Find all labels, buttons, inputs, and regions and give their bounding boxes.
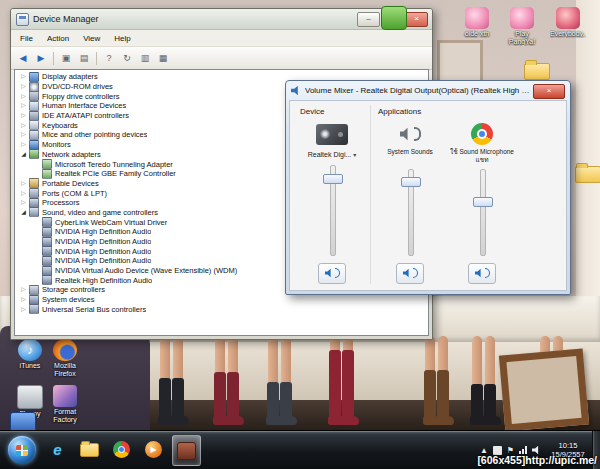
tree-item-label: NVIDIA High Definition Audio xyxy=(55,256,151,265)
taskbar-wmp-button[interactable]: ▶ xyxy=(140,435,167,464)
tree-item-label: Portable Devices xyxy=(42,179,99,188)
volume-slider-handle[interactable] xyxy=(401,177,421,187)
windows-logo-icon xyxy=(16,445,28,456)
audiodev-icon xyxy=(42,237,52,247)
desktop-icon-label: Everybody... xyxy=(550,30,586,38)
desktop-icon-green-app[interactable] xyxy=(376,6,412,30)
desktop-icon-firefox[interactable]: Mozilla Firefox xyxy=(47,339,83,378)
doll-pink-icon xyxy=(510,7,534,29)
expand-icon[interactable]: ▷ xyxy=(19,121,28,130)
mixer-channel-1: System Sounds xyxy=(374,120,446,286)
start-button[interactable] xyxy=(8,436,36,464)
expand-icon[interactable]: ▷ xyxy=(19,82,28,91)
wallpaper-boot-foot xyxy=(226,416,244,425)
expand-icon[interactable]: ▷ xyxy=(19,72,28,81)
desktop-icon-doll1[interactable]: oide xth xyxy=(459,7,495,38)
volume-slider[interactable] xyxy=(374,167,446,258)
desktop-icon-label: oide xth xyxy=(459,30,495,38)
network-icon[interactable] xyxy=(519,446,527,454)
collapse-icon[interactable]: ◢ xyxy=(19,208,28,217)
wallpaper-boot-foot xyxy=(483,416,501,425)
tree-item-label: Universal Serial Bus controllers xyxy=(42,305,146,314)
collapse-icon[interactable]: ◢ xyxy=(19,150,28,159)
expand-icon[interactable]: ▷ xyxy=(19,130,28,139)
wallpaper-boot-foot xyxy=(341,416,359,425)
window-icon[interactable]: ▣ xyxy=(58,50,74,66)
wallpaper-leg xyxy=(268,336,278,388)
taskbar-ie-button[interactable]: e xyxy=(44,435,71,464)
tree-item[interactable]: ▷System devices xyxy=(15,295,428,305)
expand-icon[interactable]: ▷ xyxy=(19,189,28,198)
menu-help[interactable]: Help xyxy=(107,32,137,45)
monitor-icon xyxy=(29,140,39,150)
expand-icon[interactable]: ▷ xyxy=(19,101,28,110)
volume-slider-track[interactable] xyxy=(480,169,486,256)
system-icon xyxy=(29,295,39,305)
wallpaper-boot-foot xyxy=(436,416,454,425)
toolbar-separator xyxy=(53,52,54,65)
expand-icon[interactable]: ▷ xyxy=(19,179,28,188)
keyboard-icon xyxy=(29,120,39,130)
wallpaper-leg xyxy=(281,336,291,388)
tree-item[interactable]: ▷Universal Serial Bus controllers xyxy=(15,305,428,315)
wallpaper-boot-foot xyxy=(171,416,189,425)
refresh-icon[interactable]: ↻ xyxy=(119,50,135,66)
wallpaper-leg xyxy=(160,336,170,384)
menu-action[interactable]: Action xyxy=(40,32,76,45)
close-button[interactable] xyxy=(533,84,565,99)
properties-icon[interactable]: ▦ xyxy=(155,50,171,66)
volume-slider[interactable] xyxy=(294,163,370,258)
speaker-glyph-icon xyxy=(325,269,334,278)
desktop-icon-label: Format Factory xyxy=(47,408,83,424)
back-icon[interactable]: ◀ xyxy=(15,50,31,66)
system-sounds-icon xyxy=(400,127,421,141)
menu-view[interactable]: View xyxy=(76,32,107,45)
expand-icon[interactable]: ▷ xyxy=(19,295,28,304)
desktop-icon-folder2[interactable] xyxy=(570,160,600,183)
desktop-icon-pangya[interactable]: Play PangYa! xyxy=(504,7,540,46)
tree-item-label: Storage controllers xyxy=(42,285,105,294)
mute-button[interactable] xyxy=(468,263,496,284)
device-section-label: Device xyxy=(300,107,324,116)
firefox-icon xyxy=(53,339,77,361)
taskbar-app-button[interactable] xyxy=(172,435,201,466)
green-app-icon xyxy=(381,6,407,30)
volume-slider[interactable] xyxy=(446,167,518,258)
mute-button[interactable] xyxy=(396,263,424,284)
speaker-icon xyxy=(291,86,301,96)
wallpaper-boot xyxy=(342,350,354,424)
desktop-icon-everybody[interactable]: Everybody... xyxy=(550,7,586,38)
audiodev-icon xyxy=(42,256,52,266)
scan-icon[interactable]: ▥ xyxy=(137,50,153,66)
mute-button[interactable] xyxy=(318,263,346,284)
volume-mixer-window: Volume Mixer - Realtek Digital Output(Op… xyxy=(285,80,571,295)
ports-icon xyxy=(29,188,39,198)
usb-icon xyxy=(29,304,39,314)
expand-icon[interactable]: ▷ xyxy=(19,305,28,314)
taskbar-explorer-button[interactable] xyxy=(76,435,103,464)
menu-file[interactable]: File xyxy=(13,32,40,45)
expand-icon[interactable]: ▷ xyxy=(19,140,28,149)
expand-icon[interactable]: ▷ xyxy=(19,198,28,207)
forward-icon[interactable]: ▶ xyxy=(33,50,49,66)
desktop-icon-itunes[interactable]: iTunes xyxy=(12,339,48,370)
tree-item-label: DVD/CD-ROM drives xyxy=(42,82,113,91)
expand-icon[interactable]: ▷ xyxy=(19,92,28,101)
tree-item-label: Display adapters xyxy=(42,72,98,81)
export-icon[interactable]: ▤ xyxy=(76,50,92,66)
formatfactory-icon xyxy=(53,385,77,407)
expand-icon[interactable]: ▷ xyxy=(19,111,28,120)
taskbar-chrome-button[interactable] xyxy=(108,435,135,464)
help-icon[interactable]: ? xyxy=(101,50,117,66)
device-selector[interactable]: Realtek Digi...▾ xyxy=(308,148,357,161)
volume-slider-handle[interactable] xyxy=(473,197,493,207)
volume-slider-handle[interactable] xyxy=(323,174,343,184)
desktop-icon-folder1[interactable] xyxy=(519,57,555,80)
volume-mixer-titlebar[interactable]: Volume Mixer - Realtek Digital Output(Op… xyxy=(286,81,570,100)
tree-item-label: Human Interface Devices xyxy=(42,101,126,110)
dvd-icon xyxy=(29,82,39,92)
desktop-icon-formatfactory[interactable]: Format Factory xyxy=(47,385,83,424)
menu-bar: FileActionViewHelp xyxy=(11,30,432,47)
explorer-icon xyxy=(80,443,99,457)
expand-icon[interactable]: ▷ xyxy=(19,285,28,294)
